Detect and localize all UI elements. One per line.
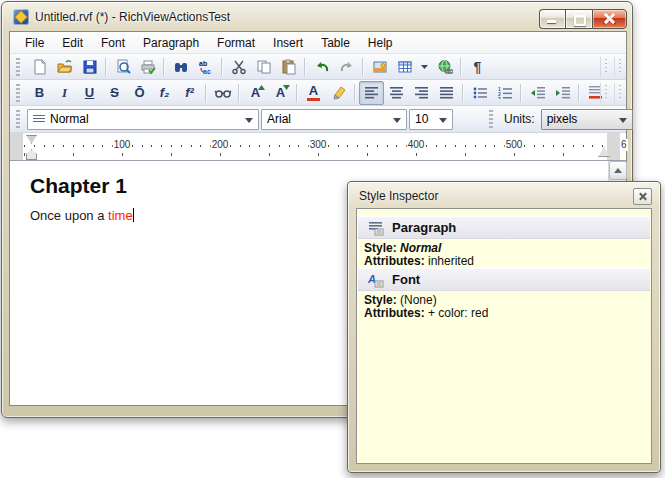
document-heading: Chapter 1: [30, 174, 127, 198]
align-left-button[interactable]: [359, 81, 384, 105]
first-line-indent-marker[interactable]: [26, 135, 37, 144]
underline-button[interactable]: U: [77, 81, 102, 105]
paragraph-style-icon: [33, 115, 45, 124]
font-section-header[interactable]: A Font: [358, 268, 650, 291]
show-paragraph-marks-button[interactable]: ¶: [465, 55, 490, 79]
toolbar-grip[interactable]: [16, 84, 21, 102]
font-size-combo[interactable]: 10: [409, 109, 453, 130]
print-preview-button[interactable]: [110, 55, 135, 79]
minimize-button[interactable]: [539, 9, 565, 29]
style-label: Style:: [364, 293, 397, 307]
font-combo[interactable]: Arial: [261, 109, 407, 130]
attributes-label: Attributes:: [364, 254, 425, 268]
toolbar-grip[interactable]: [489, 110, 494, 128]
arrow-up-icon: [258, 85, 265, 91]
section-title: Paragraph: [392, 220, 456, 235]
menu-bar: File Edit Font Paragraph Format Insert T…: [10, 32, 626, 54]
separator: [460, 58, 462, 76]
insert-picture-button[interactable]: [367, 55, 392, 79]
font-size-value: 10: [415, 112, 428, 126]
font-color-bar-icon: [307, 98, 320, 101]
align-right-button[interactable]: [409, 81, 434, 105]
strikethrough-button[interactable]: S: [102, 81, 127, 105]
copy-icon: [256, 59, 272, 75]
menu-font[interactable]: Font: [92, 33, 134, 53]
menu-table[interactable]: Table: [312, 33, 359, 53]
chevron-down-icon: [619, 118, 627, 123]
chevron-down-icon: [245, 118, 253, 123]
superscript-button[interactable]: f²: [177, 81, 202, 105]
titlebar[interactable]: Untitled.rvf (*) - RichViewActionsTest: [2, 2, 632, 31]
hyperlink-button[interactable]: [432, 55, 457, 79]
bold-button[interactable]: B: [27, 81, 52, 105]
scroll-up-button[interactable]: [609, 161, 627, 180]
replace-button[interactable]: abac: [193, 55, 218, 79]
menu-format[interactable]: Format: [208, 33, 264, 53]
overline-button[interactable]: Ō: [127, 81, 152, 105]
left-indent-marker[interactable]: [26, 149, 37, 160]
inspector-close-button[interactable]: [633, 188, 652, 205]
close-button[interactable]: [592, 9, 627, 29]
subscript-button[interactable]: f₂: [152, 81, 177, 105]
menu-paragraph[interactable]: Paragraph: [134, 33, 208, 53]
units-combo[interactable]: pixels: [541, 109, 633, 130]
svg-text:ab: ab: [199, 60, 207, 67]
undo-button[interactable]: [309, 55, 334, 79]
toolbar-overflow-grips[interactable]: [600, 57, 624, 77]
menu-edit[interactable]: Edit: [53, 33, 92, 53]
menu-help[interactable]: Help: [359, 33, 402, 53]
save-icon: [82, 59, 98, 75]
align-justify-button[interactable]: [434, 81, 459, 105]
copy-button[interactable]: [251, 55, 276, 79]
decrease-indent-button[interactable]: [525, 81, 550, 105]
units-label: Units:: [504, 112, 535, 126]
italic-button[interactable]: I: [52, 81, 77, 105]
grow-font-button[interactable]: A: [243, 81, 268, 105]
align-center-button[interactable]: [384, 81, 409, 105]
document-paragraph: Once upon a time: [30, 208, 134, 223]
toolbar-overflow-grips[interactable]: [600, 83, 624, 103]
spectacles-button[interactable]: [210, 81, 235, 105]
minimize-icon: [547, 20, 556, 23]
redo-button[interactable]: [334, 55, 359, 79]
find-button[interactable]: [168, 55, 193, 79]
open-button[interactable]: [52, 55, 77, 79]
svg-text:ac: ac: [203, 68, 211, 75]
horizontal-ruler[interactable]: 100 200 300 400 500 6: [10, 133, 626, 161]
maximize-icon: [574, 15, 586, 26]
open-folder-icon: [57, 59, 73, 75]
spectacles-icon: [214, 86, 232, 100]
separator: [354, 84, 356, 102]
menu-insert[interactable]: Insert: [264, 33, 312, 53]
save-button[interactable]: [77, 55, 102, 79]
chevron-down-icon: [393, 118, 401, 123]
paste-button[interactable]: [276, 55, 301, 79]
toolbar-grip[interactable]: [16, 110, 21, 128]
app-icon: [13, 9, 29, 25]
ruler-margin-left: [10, 133, 23, 160]
menu-file[interactable]: File: [16, 33, 53, 53]
insert-table-button[interactable]: [392, 55, 417, 79]
table-dropdown-button[interactable]: [417, 55, 432, 79]
style-value: Normal: [400, 241, 441, 255]
font-color-button[interactable]: A: [301, 81, 326, 105]
new-document-button[interactable]: [27, 55, 52, 79]
redo-icon: [339, 59, 355, 75]
attributes-value: inherited: [428, 254, 474, 268]
increase-indent-button[interactable]: [550, 81, 575, 105]
dropdown-arrow-icon: [420, 64, 429, 70]
cut-button[interactable]: [226, 55, 251, 79]
style-combo[interactable]: Normal: [27, 109, 259, 130]
ruler-label: 6: [620, 139, 628, 151]
align-center-icon: [390, 87, 404, 99]
toolbar-grip[interactable]: [16, 58, 21, 76]
style-inspector-window: Style Inspector Paragraph Style: Normal …: [347, 181, 661, 473]
maximize-button[interactable]: [565, 9, 592, 29]
highlight-button[interactable]: [326, 81, 351, 105]
shrink-font-button[interactable]: A: [268, 81, 293, 105]
numbering-button[interactable]: 123: [492, 81, 517, 105]
bullets-button[interactable]: [467, 81, 492, 105]
paragraph-section-header[interactable]: Paragraph: [358, 216, 650, 239]
font-section-icon: A: [368, 272, 384, 288]
print-button[interactable]: [135, 55, 160, 79]
